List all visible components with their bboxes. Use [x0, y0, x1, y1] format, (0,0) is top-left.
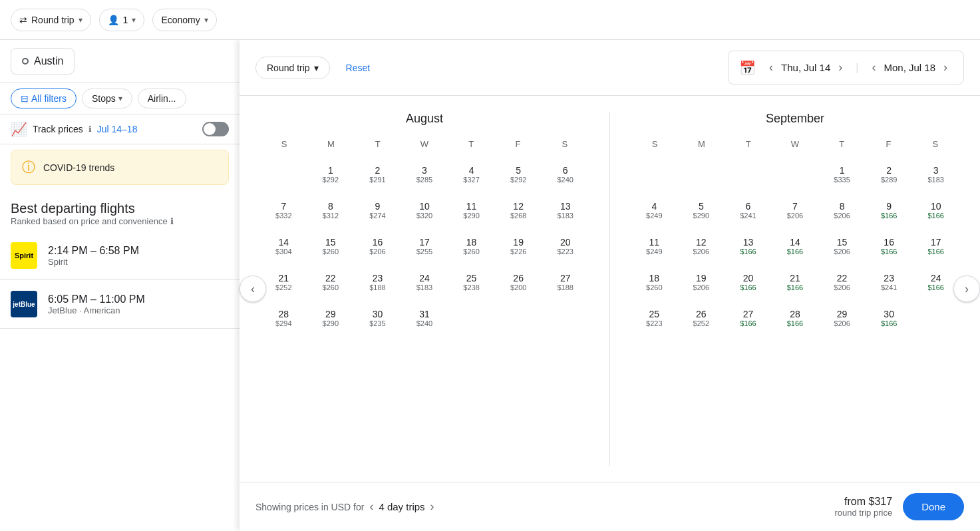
cal-day-25[interactable]: 25$223 [631, 301, 677, 335]
passengers-chevron: ▾ [132, 15, 136, 25]
passengers-label: 1 [123, 15, 128, 25]
cal-day-15[interactable]: 15$206 [819, 229, 865, 264]
cal-day-1[interactable]: 1$292 [308, 157, 354, 192]
cal-day-17[interactable]: 17$255 [402, 229, 448, 264]
cal-day-18[interactable]: 18$260 [448, 229, 494, 264]
stops-filter-button[interactable]: Stops ▾ [82, 88, 132, 108]
cal-day-28[interactable]: 28$166 [772, 301, 818, 335]
sep-weekday-5: F [865, 136, 911, 152]
cal-day-11[interactable]: 11$249 [631, 229, 677, 264]
cal-day-23[interactable]: 23$188 [355, 265, 401, 299]
cal-day-22[interactable]: 22$206 [819, 265, 865, 299]
cal-day-8[interactable]: 8$312 [308, 193, 354, 228]
cal-day-18[interactable]: 18$260 [631, 265, 677, 299]
cal-day-29[interactable]: 29$290 [308, 301, 354, 335]
cal-day-12[interactable]: 12$268 [496, 193, 542, 228]
cal-day-26[interactable]: 26$200 [496, 265, 542, 299]
cal-trip-type-selector[interactable]: Round trip ▾ [255, 57, 330, 79]
cal-day-7[interactable]: 7$332 [261, 193, 307, 228]
cal-day-5[interactable]: 5$292 [496, 157, 542, 192]
cal-day-24[interactable]: 24$166 [913, 265, 959, 299]
return-next-button[interactable]: › [938, 58, 953, 77]
trip-length-prev-button[interactable]: ‹ [369, 500, 373, 514]
cal-day-5[interactable]: 5$290 [679, 193, 725, 228]
airlines-filter-button[interactable]: Airlin... [138, 88, 186, 108]
cal-day-10[interactable]: 10$166 [913, 193, 959, 228]
trip-type-selector[interactable]: ⇄ Round trip ▾ [11, 9, 91, 31]
flight-airline-1: JetBlue · American [48, 305, 145, 315]
cal-day-24[interactable]: 24$183 [402, 265, 448, 299]
cal-day-2[interactable]: 2$291 [355, 157, 401, 192]
cal-day-27[interactable]: 27$188 [542, 265, 588, 299]
depart-date-selector[interactable]: 📅 ‹ Thu, Jul 14 › | ‹ Mon, Jul 18 › [728, 51, 964, 85]
return-prev-button[interactable]: ‹ [866, 58, 881, 77]
all-filters-label: All filters [31, 93, 67, 104]
track-info-icon[interactable]: ℹ [88, 124, 92, 134]
cal-day-15[interactable]: 15$260 [308, 229, 354, 264]
flight-card-1[interactable]: jetBlue 6:05 PM – 11:00 PM JetBlue · Ame… [0, 280, 240, 329]
cal-day-9[interactable]: 9$166 [866, 193, 912, 228]
cal-day-13[interactable]: 13$166 [725, 229, 771, 264]
depart-prev-button[interactable]: ‹ [764, 58, 778, 77]
cal-day-22[interactable]: 22$260 [308, 265, 354, 299]
cal-day-21[interactable]: 21$166 [772, 265, 818, 299]
cal-day-6[interactable]: 6$241 [725, 193, 771, 228]
flight-card-0[interactable]: Spirit 2:14 PM – 6:58 PM Spirit [0, 232, 240, 280]
cal-day-25[interactable]: 25$238 [448, 265, 494, 299]
cal-day-16[interactable]: 16$166 [866, 229, 912, 264]
cal-day-6[interactable]: 6$240 [542, 157, 588, 192]
cal-day-14[interactable]: 14$166 [772, 229, 818, 264]
calendar-body-wrapper: August S M T W T F S 1$2922$2913$2854$32… [240, 96, 980, 482]
cal-day-30[interactable]: 30$235 [355, 301, 401, 335]
cal-day-19[interactable]: 19$206 [679, 265, 725, 299]
trip-length-next-button[interactable]: › [430, 500, 434, 514]
cabin-class-selector[interactable]: Economy ▾ [152, 9, 216, 31]
cal-day-3[interactable]: 3$183 [913, 157, 959, 192]
sep-weekday-0: S [631, 136, 678, 152]
cal-day-29[interactable]: 29$206 [819, 301, 865, 335]
cal-day-14[interactable]: 14$304 [261, 229, 307, 264]
cal-day-19[interactable]: 19$226 [496, 229, 542, 264]
cal-day-20[interactable]: 20$223 [542, 229, 588, 264]
september-month: September S M T W T F S 1$3352$2893$1834… [631, 112, 959, 466]
cal-day-2[interactable]: 2$289 [866, 157, 912, 192]
covid-banner[interactable]: ⓘ COVID-19 trends [11, 150, 229, 185]
cal-day-13[interactable]: 13$183 [542, 193, 588, 228]
flight-info-0: 2:14 PM – 6:58 PM Spirit [48, 245, 139, 267]
cal-day-4[interactable]: 4$327 [448, 157, 494, 192]
cal-day-31[interactable]: 31$240 [402, 301, 448, 335]
cal-reset-button[interactable]: Reset [346, 63, 371, 73]
cal-day-20[interactable]: 20$166 [725, 265, 771, 299]
done-button[interactable]: Done [903, 493, 964, 520]
cal-day-7[interactable]: 7$206 [772, 193, 818, 228]
cal-day-12[interactable]: 12$206 [679, 229, 725, 264]
cal-day-16[interactable]: 16$206 [355, 229, 401, 264]
passengers-selector[interactable]: 👤 1 ▾ [99, 9, 145, 31]
info-circle-icon: ⓘ [22, 158, 35, 176]
all-filters-button[interactable]: ⊟ All filters [11, 88, 77, 108]
cal-day-1[interactable]: 1$335 [819, 157, 865, 192]
cal-day-11[interactable]: 11$290 [448, 193, 494, 228]
cal-day-28[interactable]: 28$294 [261, 301, 307, 335]
origin-input[interactable]: Austin [11, 48, 75, 75]
sep-weekday-2: T [725, 136, 772, 152]
cal-day-9[interactable]: 9$274 [355, 193, 401, 228]
cal-day-3[interactable]: 3$285 [402, 157, 448, 192]
track-prices-toggle[interactable] [202, 122, 229, 136]
track-date-range: Jul 14–18 [97, 124, 138, 134]
cal-day-21[interactable]: 21$252 [261, 265, 307, 299]
depart-next-button[interactable]: › [833, 58, 848, 77]
cal-prev-month-button[interactable]: ‹ [240, 275, 266, 302]
cal-day-8[interactable]: 8$206 [819, 193, 865, 228]
cal-day-27[interactable]: 27$166 [725, 301, 771, 335]
trip-length-label: 4 day trips [379, 501, 424, 512]
cal-day-10[interactable]: 10$320 [402, 193, 448, 228]
august-weekdays: S M T W T F S [261, 136, 588, 152]
cal-day-17[interactable]: 17$166 [913, 229, 959, 264]
cal-day-26[interactable]: 26$252 [679, 301, 725, 335]
cal-day-4[interactable]: 4$249 [631, 193, 677, 228]
cal-next-month-button[interactable]: › [953, 275, 980, 302]
cal-day-30[interactable]: 30$166 [866, 301, 912, 335]
origin-dot-icon [22, 58, 29, 65]
cal-day-23[interactable]: 23$241 [866, 265, 912, 299]
